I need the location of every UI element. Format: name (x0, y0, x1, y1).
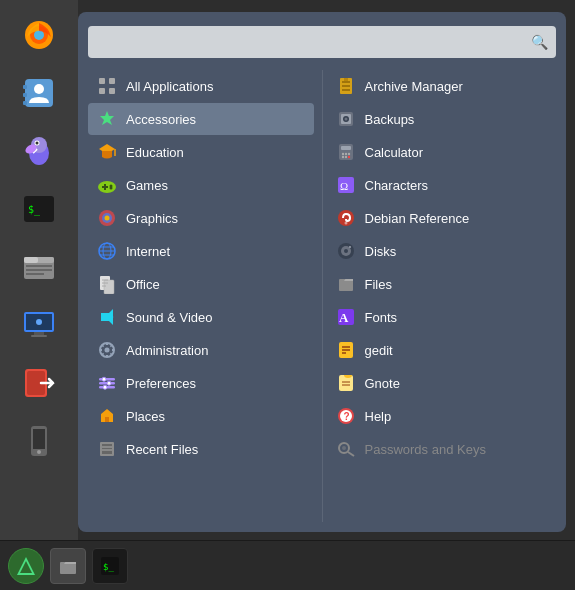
svg-point-61 (102, 377, 106, 381)
graphics-icon (96, 207, 118, 229)
svg-point-62 (107, 381, 111, 385)
debian-reference-icon (335, 207, 357, 229)
sidebar-item-contacts[interactable] (12, 66, 66, 120)
sidebar-item-terminal[interactable]: $_ (12, 182, 66, 236)
svg-point-84 (344, 156, 346, 158)
disks-label: Disks (365, 244, 397, 259)
taskbar-cinnamon[interactable] (8, 548, 44, 584)
all-apps-label: All Applications (126, 79, 213, 94)
menu-item-fonts[interactable]: A Fonts (327, 301, 553, 333)
svg-rect-34 (109, 88, 115, 94)
passwords-keys-icon (335, 438, 357, 460)
taskbar-files[interactable] (50, 548, 86, 584)
internet-label: Internet (126, 244, 170, 259)
svg-point-2 (34, 30, 44, 40)
files-icon (335, 273, 357, 295)
characters-icon: Ω (335, 174, 357, 196)
menu-item-passwords-keys: Passwords and Keys (327, 433, 553, 465)
menu-item-recent-files[interactable]: Recent Files (88, 433, 314, 465)
taskbar: $_ (0, 540, 575, 590)
menu-item-debian-reference[interactable]: Debian Reference (327, 202, 553, 234)
svg-rect-32 (109, 78, 115, 84)
all-apps-icon (96, 75, 118, 97)
archive-manager-icon (335, 75, 357, 97)
preferences-icon (96, 372, 118, 394)
debian-reference-label: Debian Reference (365, 211, 470, 226)
fonts-label: Fonts (365, 310, 398, 325)
menu-item-calculator[interactable]: Calculator (327, 136, 553, 168)
svg-rect-39 (102, 186, 108, 188)
education-icon (96, 141, 118, 163)
sidebar-item-file-manager[interactable] (12, 240, 66, 294)
svg-rect-17 (24, 257, 38, 263)
svg-marker-55 (101, 309, 113, 325)
menu-item-help[interactable]: ? Help (327, 400, 553, 432)
search-input[interactable] (96, 34, 531, 50)
sidebar-item-firefox[interactable] (12, 8, 66, 62)
svg-rect-20 (26, 273, 44, 275)
graphics-label: Graphics (126, 211, 178, 226)
menu-item-sound-video[interactable]: Sound & Video (88, 301, 314, 333)
gnote-label: Gnote (365, 376, 400, 391)
backups-icon (335, 108, 357, 130)
svg-rect-31 (99, 78, 105, 84)
menu-item-games[interactable]: Games (88, 169, 314, 201)
svg-point-77 (344, 118, 347, 121)
right-menu-column: Archive Manager Backups (327, 70, 557, 522)
office-icon (96, 273, 118, 295)
menu-panel: 🔍 All Applications (78, 12, 566, 532)
menu-item-files[interactable]: Files (327, 268, 553, 300)
svg-point-81 (344, 153, 346, 155)
svg-rect-72 (342, 85, 350, 87)
games-icon (96, 174, 118, 196)
svg-rect-51 (104, 280, 114, 294)
sidebar-item-display[interactable] (12, 298, 66, 352)
menu-item-education[interactable]: Education (88, 136, 314, 168)
svg-point-92 (344, 249, 348, 253)
sound-video-icon (96, 306, 118, 328)
menu-item-preferences[interactable]: Preferences (88, 367, 314, 399)
search-bar[interactable]: 🔍 (88, 26, 556, 58)
menu-item-characters[interactable]: Ω Characters (327, 169, 553, 201)
taskbar-terminal[interactable]: $_ (92, 548, 128, 584)
sidebar-item-logout[interactable] (12, 356, 66, 410)
recent-files-icon (96, 438, 118, 460)
svg-point-57 (105, 348, 110, 353)
menu-item-office[interactable]: Office (88, 268, 314, 300)
disks-icon (335, 240, 357, 262)
gnote-icon (335, 372, 357, 394)
sidebar-item-phone[interactable] (12, 414, 66, 468)
calculator-icon (335, 141, 357, 163)
menu-item-archive-manager[interactable]: Archive Manager (327, 70, 553, 102)
menu-columns: All Applications Accessories (88, 70, 556, 522)
svg-point-83 (341, 156, 343, 158)
svg-point-25 (36, 319, 42, 325)
menu-item-gnote[interactable]: Gnote (327, 367, 553, 399)
passwords-keys-label: Passwords and Keys (365, 442, 486, 457)
preferences-label: Preferences (126, 376, 196, 391)
menu-item-gedit[interactable]: gedit (327, 334, 553, 366)
svg-text:$_: $_ (103, 562, 114, 572)
sidebar-item-parrot[interactable] (12, 124, 66, 178)
menu-item-accessories[interactable]: Accessories (88, 103, 314, 135)
svg-point-82 (347, 153, 349, 155)
menu-item-backups[interactable]: Backups (327, 103, 553, 135)
menu-item-administration[interactable]: Administration (88, 334, 314, 366)
characters-label: Characters (365, 178, 429, 193)
menu-item-graphics[interactable]: Graphics (88, 202, 314, 234)
menu-item-disks[interactable]: Disks (327, 235, 553, 267)
svg-rect-6 (23, 101, 27, 105)
svg-rect-29 (33, 429, 45, 449)
files-label: Files (365, 277, 392, 292)
menu-item-all-apps[interactable]: All Applications (88, 70, 314, 102)
svg-point-89 (344, 222, 347, 225)
svg-text:A: A (339, 310, 349, 325)
svg-rect-19 (26, 269, 52, 271)
menu-item-places[interactable]: Places (88, 400, 314, 432)
svg-rect-33 (99, 88, 105, 94)
recent-files-label: Recent Files (126, 442, 198, 457)
places-icon (96, 405, 118, 427)
svg-rect-18 (26, 265, 52, 267)
menu-item-internet[interactable]: Internet (88, 235, 314, 267)
gedit-icon (335, 339, 357, 361)
